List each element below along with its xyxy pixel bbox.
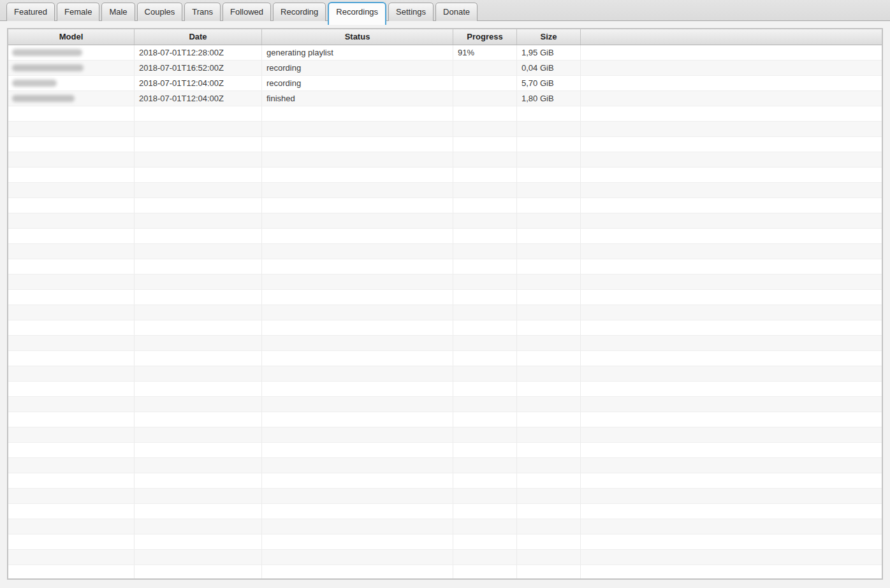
cell-filler: [581, 198, 882, 213]
tab-couples[interactable]: Couples: [137, 3, 183, 21]
cell-model: [8, 290, 135, 305]
tab-female[interactable]: Female: [57, 3, 99, 21]
table-row-empty: [8, 168, 882, 183]
cell-date: [135, 122, 262, 137]
table-row-empty: [8, 473, 882, 489]
cell-model: [8, 152, 135, 168]
tab-donate[interactable]: Donate: [435, 3, 478, 21]
cell-date: [135, 534, 262, 550]
cell-model: [8, 336, 135, 351]
cell-model: [8, 305, 135, 320]
cell-filler: [581, 76, 882, 91]
cell-model: [8, 351, 135, 366]
table-row[interactable]: 2018-07-01T12:28:00Zgenerating playlist9…: [8, 45, 882, 61]
table-row-empty: [8, 336, 882, 351]
cell-status: [262, 259, 453, 275]
cell-status: [262, 397, 453, 412]
cell-date: [135, 382, 262, 397]
cell-size: [517, 565, 581, 580]
cell-progress: [453, 122, 517, 137]
tab-trans[interactable]: Trans: [184, 3, 221, 21]
cell-date: [135, 275, 262, 290]
cell-filler: [581, 137, 882, 152]
cell-date: [135, 458, 262, 473]
cell-progress: 91%: [453, 45, 517, 61]
table-row-empty: [8, 213, 882, 229]
cell-date: 2018-07-01T12:04:00Z: [135, 91, 262, 106]
column-header-filler: [581, 29, 882, 45]
table-row-empty: [8, 229, 882, 244]
cell-progress: [453, 565, 517, 580]
cell-model: [8, 61, 135, 76]
recordings-table: ModelDateStatusProgressSize 2018-07-01T1…: [7, 28, 883, 580]
cell-size: [517, 519, 581, 534]
cell-model: [8, 229, 135, 244]
cell-size: [517, 152, 581, 168]
cell-filler: [581, 427, 882, 443]
cell-size: [517, 473, 581, 489]
cell-status: [262, 320, 453, 336]
tab-recording[interactable]: Recording: [273, 3, 326, 21]
cell-model: [8, 427, 135, 443]
table-row[interactable]: 2018-07-01T12:04:00Zrecording5,70 GiB: [8, 76, 882, 91]
table-row-empty: [8, 427, 882, 443]
cell-date: [135, 397, 262, 412]
cell-filler: [581, 168, 882, 183]
cell-progress: [453, 198, 517, 213]
cell-progress: [453, 137, 517, 152]
tab-recordings[interactable]: Recordings: [328, 2, 386, 25]
cell-status: [262, 183, 453, 198]
column-header-status[interactable]: Status: [262, 29, 453, 45]
cell-status: [262, 519, 453, 534]
cell-status: [262, 213, 453, 229]
table-row-empty: [8, 489, 882, 504]
cell-date: [135, 137, 262, 152]
cell-filler: [581, 91, 882, 106]
cell-status: [262, 198, 453, 213]
tab-followed[interactable]: Followed: [222, 3, 271, 21]
table-row-empty: [8, 565, 882, 580]
redacted-model-name: [12, 49, 82, 56]
redacted-model-name: [12, 80, 57, 87]
column-header-model[interactable]: Model: [8, 29, 135, 45]
cell-progress: [453, 275, 517, 290]
cell-date: [135, 366, 262, 382]
cell-size: [517, 443, 581, 458]
cell-status: [262, 565, 453, 580]
cell-status: recording: [262, 61, 453, 76]
cell-size: [517, 550, 581, 565]
table-row-empty: [8, 259, 882, 275]
cell-filler: [581, 45, 882, 61]
tab-featured[interactable]: Featured: [6, 3, 55, 21]
column-header-date[interactable]: Date: [135, 29, 262, 45]
cell-model: [8, 382, 135, 397]
cell-date: [135, 550, 262, 565]
cell-size: [517, 290, 581, 305]
table-row[interactable]: 2018-07-01T12:04:00Zfinished1,80 GiB: [8, 91, 882, 106]
table-row-empty: [8, 382, 882, 397]
column-header-size[interactable]: Size: [517, 29, 581, 45]
cell-progress: [453, 534, 517, 550]
tab-male[interactable]: Male: [101, 3, 135, 21]
tab-settings[interactable]: Settings: [388, 3, 434, 21]
tab-bar: FeaturedFemaleMaleCouplesTransFollowedRe…: [0, 0, 890, 21]
cell-size: [517, 183, 581, 198]
cell-filler: [581, 106, 882, 122]
cell-size: [517, 427, 581, 443]
cell-date: [135, 320, 262, 336]
cell-progress: [453, 336, 517, 351]
cell-size: [517, 106, 581, 122]
table-row[interactable]: 2018-07-01T16:52:00Zrecording0,04 GiB: [8, 61, 882, 76]
cell-date: [135, 336, 262, 351]
cell-model: [8, 565, 135, 580]
cell-model: [8, 213, 135, 229]
cell-progress: [453, 168, 517, 183]
cell-size: [517, 244, 581, 259]
cell-model: [8, 397, 135, 412]
cell-status: finished: [262, 91, 453, 106]
column-header-progress[interactable]: Progress: [453, 29, 517, 45]
cell-progress: [453, 427, 517, 443]
cell-model: [8, 244, 135, 259]
cell-size: [517, 213, 581, 229]
cell-model: [8, 458, 135, 473]
